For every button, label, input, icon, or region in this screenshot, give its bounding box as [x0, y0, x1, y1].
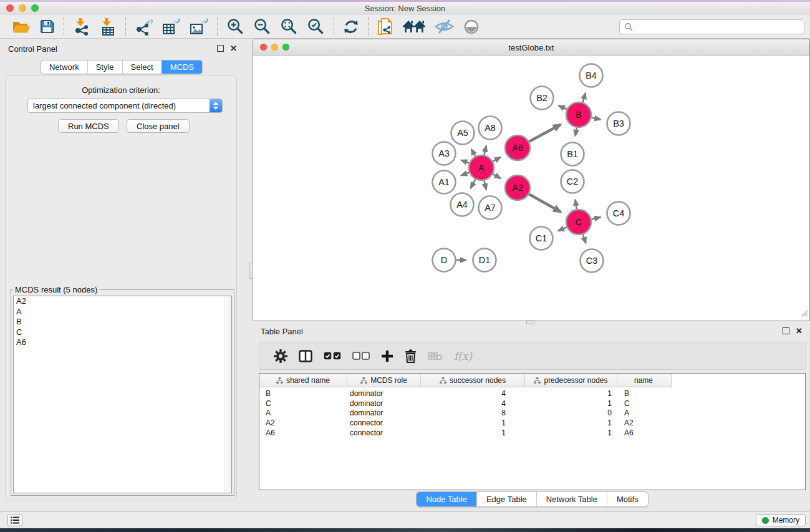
table-row[interactable]: Adominator80A: [259, 409, 805, 418]
refresh-icon[interactable]: [343, 19, 359, 35]
zoom-fit-icon[interactable]: [280, 17, 298, 36]
table-cell[interactable]: dominator: [347, 409, 421, 417]
gear-icon[interactable]: [274, 349, 287, 363]
table-cell[interactable]: 1: [525, 428, 617, 437]
table-cell[interactable]: 1: [525, 389, 617, 398]
graph-node-D[interactable]: D: [433, 249, 456, 272]
mcds-result-item[interactable]: C: [14, 327, 231, 338]
table-cell[interactable]: C: [617, 399, 670, 408]
tab-select[interactable]: Select: [122, 60, 162, 74]
graph-node-C4[interactable]: C4: [607, 202, 630, 225]
column-header-MCDS-role[interactable]: MCDS role: [347, 374, 421, 387]
zoom-in-icon[interactable]: [226, 17, 244, 36]
import-network-icon[interactable]: [73, 18, 90, 36]
graph-node-A5[interactable]: A5: [451, 122, 475, 145]
graph-node-C3[interactable]: C3: [581, 249, 604, 273]
tab-mcds[interactable]: MCDS: [162, 60, 202, 74]
graph-node-B[interactable]: B: [566, 102, 591, 127]
add-icon[interactable]: [381, 350, 393, 362]
graph-edge-C-C2[interactable]: [576, 200, 577, 209]
memory-button[interactable]: Memory: [756, 514, 806, 526]
optimization-dropdown[interactable]: largest connected component (directed): [27, 99, 223, 113]
table-cell[interactable]: 8: [421, 409, 525, 417]
table-cell[interactable]: A2: [259, 418, 347, 427]
graph-edge-A-A3[interactable]: [461, 160, 470, 163]
column-header-name[interactable]: name: [617, 374, 670, 387]
column-header-shared-name[interactable]: shared name: [259, 374, 347, 387]
graph-node-A1[interactable]: A1: [433, 171, 456, 194]
delete-table-icon[interactable]: [428, 351, 443, 361]
graph-node-D1[interactable]: D1: [473, 249, 496, 272]
table-row[interactable]: Bdominator41B: [259, 389, 805, 399]
graph-edge-A-A4[interactable]: [471, 180, 476, 188]
graph-node-A6[interactable]: A6: [505, 135, 530, 160]
mcds-result-item[interactable]: B: [14, 317, 231, 327]
table-cell[interactable]: 1: [421, 428, 525, 437]
graph-edge-A-A1[interactable]: [461, 173, 470, 176]
graph-edge-A-A5[interactable]: [471, 149, 475, 157]
column-header-predecessor-nodes[interactable]: predecessor nodes: [525, 374, 617, 387]
save-icon[interactable]: [39, 19, 55, 34]
table-cell[interactable]: C: [259, 399, 347, 408]
mcds-result-list[interactable]: A2ABCA6: [13, 296, 232, 493]
home-icon[interactable]: [403, 19, 425, 34]
table-row[interactable]: Cdominator41C: [259, 399, 805, 409]
network-canvas[interactable]: B4B2BB3A8A5A6B1A3AC2A1A2A4A7C4CC1C3DD1: [254, 56, 809, 320]
run-mcds-button[interactable]: Run MCDS: [58, 119, 119, 133]
table-cell[interactable]: 4: [421, 389, 525, 398]
unchecked-boxes-icon[interactable]: [352, 352, 370, 360]
graph-edge-B-B1[interactable]: [576, 128, 577, 136]
close-panel-icon[interactable]: ✕: [796, 327, 803, 334]
vertical-splitter-handle[interactable]: [249, 263, 253, 279]
table-cell[interactable]: 4: [421, 399, 525, 408]
network-document-icon[interactable]: [377, 17, 394, 36]
tab-node-table[interactable]: Node Table: [417, 492, 476, 506]
table-cell[interactable]: B: [259, 389, 347, 398]
table-cell[interactable]: 1: [421, 418, 525, 427]
close-panel-icon[interactable]: ✕: [230, 45, 237, 52]
zoom-selected-icon[interactable]: [307, 17, 325, 36]
graph-node-B1[interactable]: B1: [561, 143, 584, 166]
graph-edge-B-B2[interactable]: [559, 105, 567, 109]
eye-icon[interactable]: [463, 19, 480, 35]
graph-node-A3[interactable]: A3: [433, 142, 456, 165]
graph-node-B3[interactable]: B3: [607, 112, 630, 135]
table-cell[interactable]: B: [617, 389, 670, 398]
task-history-button[interactable]: [7, 514, 22, 526]
graph-edge-A6-B[interactable]: [529, 125, 561, 142]
table-cell[interactable]: 0: [525, 409, 617, 417]
resize-grip-icon[interactable]: [799, 308, 808, 319]
graph-node-C2[interactable]: C2: [561, 170, 584, 193]
table-cell[interactable]: A2: [617, 418, 670, 427]
graph-edge-A-A7[interactable]: [485, 181, 486, 190]
table-cell[interactable]: dominator: [347, 389, 421, 398]
table-cell[interactable]: 1: [525, 399, 617, 408]
table-row[interactable]: A6connector11A6: [259, 428, 805, 438]
zoom-out-icon[interactable]: [253, 17, 271, 36]
table-cell[interactable]: A: [259, 409, 347, 417]
table-cell[interactable]: A: [617, 409, 670, 417]
export-network-icon[interactable]: [135, 18, 153, 36]
graph-edge-C-C4[interactable]: [592, 217, 601, 219]
tab-style[interactable]: Style: [87, 60, 122, 74]
columns-icon[interactable]: [299, 350, 312, 362]
import-table-icon[interactable]: [99, 18, 117, 36]
network-window-titlebar[interactable]: testGlobe.txt: [253, 39, 809, 56]
tab-network-table[interactable]: Network Table: [536, 492, 607, 506]
table-cell[interactable]: A6: [259, 428, 347, 437]
graph-node-A2[interactable]: A2: [505, 175, 530, 200]
scrollbar[interactable]: [224, 296, 231, 493]
table-cell[interactable]: connector: [347, 428, 421, 437]
graph-edge-B-B3[interactable]: [592, 118, 601, 120]
table-cell[interactable]: dominator: [347, 399, 421, 408]
float-panel-icon[interactable]: [217, 45, 224, 52]
graph-node-A8[interactable]: A8: [479, 117, 502, 140]
checked-boxes-icon[interactable]: [324, 352, 341, 360]
export-table-icon[interactable]: [162, 18, 181, 36]
graph-node-C[interactable]: C: [566, 210, 591, 235]
tab-network[interactable]: Network: [41, 60, 87, 74]
table-row[interactable]: A2connector11A2: [259, 418, 805, 428]
graph-node-A4[interactable]: A4: [451, 193, 474, 216]
graph-edge-B-B4[interactable]: [582, 93, 586, 102]
node-table[interactable]: shared nameMCDS rolesuccessor nodesprede…: [259, 373, 806, 490]
